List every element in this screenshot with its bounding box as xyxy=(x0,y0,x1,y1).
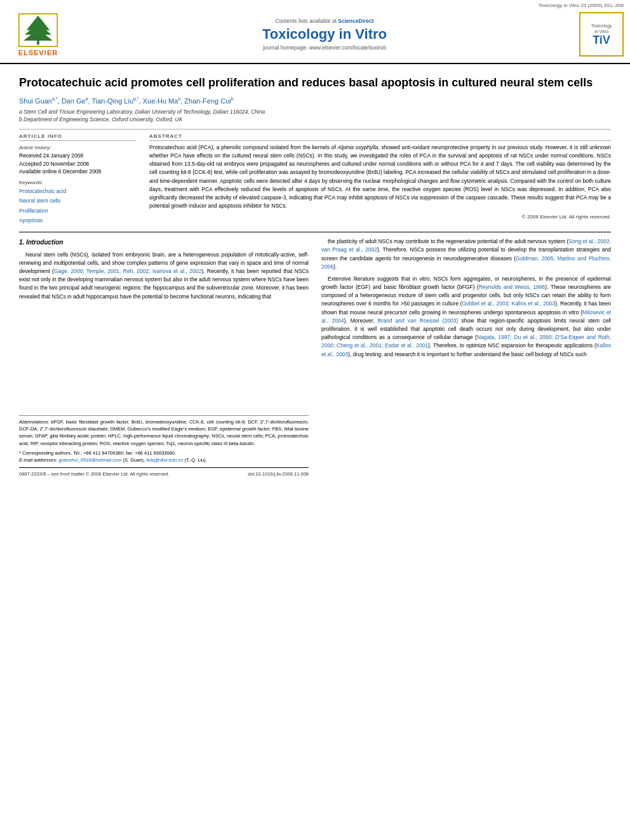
author-sep4: , Zhan-Feng Cui xyxy=(180,97,231,105)
journal-header: Toxicology in Vitro 23 (2009) 201–208 EL… xyxy=(0,0,630,64)
accepted-date: Accepted 20 November 2008 xyxy=(19,160,137,168)
issn-line: 0887-2333/$ – see front matter © 2008 El… xyxy=(19,470,170,478)
bottom-bar: 0887-2333/$ – see front matter © 2008 El… xyxy=(19,467,309,481)
author-sep2: , Tian-Qing Liu xyxy=(88,97,133,105)
body-divider xyxy=(19,232,611,232)
affiliation-a: a Stem Cell and Tissue Engineering Labor… xyxy=(19,109,611,116)
article-info-col: Article Info Article history: Received 2… xyxy=(19,133,137,225)
intro-para3-right: Extensive literature suggests that in vi… xyxy=(321,275,611,359)
email-label: E-mail addresses: xyxy=(19,457,57,463)
abstract-copyright: © 2008 Elsevier Ltd. All rights reserved… xyxy=(149,214,611,220)
sciencedirect-line: Contents lists available at ScienceDirec… xyxy=(70,18,579,24)
author-sep3: , Xue-Hu Ma xyxy=(139,97,178,105)
author-sup-b: b xyxy=(231,97,234,101)
email1-name: (S. Guan), xyxy=(123,457,145,463)
affiliations: a Stem Cell and Tissue Engineering Labor… xyxy=(19,109,611,124)
footnote-divider xyxy=(19,415,309,416)
info-abstract-section: Article Info Article history: Received 2… xyxy=(19,133,611,225)
logo-top-text: Toxicologyin Vitro xyxy=(591,23,612,34)
ref-brand2003: Brand and van Roessel (2003) xyxy=(378,317,459,324)
header-divider xyxy=(19,129,611,130)
body-left-col: 1. Introduction Neural stem cells (NSCs)… xyxy=(19,237,309,481)
abbrev-label: Abbreviations: xyxy=(19,419,50,425)
journal-title: Toxicology in Vitro xyxy=(70,26,579,43)
intro-section-title: 1. Introduction xyxy=(19,237,309,248)
article-info-heading: Article Info xyxy=(19,133,137,141)
author-shui-guan: Shui Guan xyxy=(19,97,52,105)
corresponding-author-note: * Corresponding authors. Tel.: +86 411 8… xyxy=(19,450,309,457)
ref-nagata1997: Nagata, 1997; Du et al., 2000; D'Sa-Eipp… xyxy=(321,334,611,349)
intro-para1: Neural stem cells (NSCs), isolated from … xyxy=(19,251,309,301)
logo-abbr: TiV xyxy=(593,34,610,46)
ref-gobbel2003: Gobbel et al., 2003; Kallos et al., 2003 xyxy=(462,300,555,307)
affiliation-b: b Department of Engineering Science, Oxf… xyxy=(19,116,611,124)
doi-line: doi:10.1016/j.tiv.2008.11.008 xyxy=(248,470,309,478)
ref-song2002: Song et al., 2002; van Praag et al., 200… xyxy=(321,238,611,253)
journal-logo-box: Toxicologyin Vitro TiV xyxy=(579,12,624,57)
keyword-4: Apoptosis xyxy=(19,216,137,225)
article-title: Protocatechuic acid promotes cell prolif… xyxy=(19,76,611,90)
abstract-heading: Abstract xyxy=(149,133,611,141)
email1[interactable]: guanshui_0518@hotmail.com xyxy=(58,457,121,463)
author-sup-a1: a,* xyxy=(52,97,58,101)
ref-reynolds1996: Reynolds and Weiss, 1996 xyxy=(479,284,546,290)
journal-center: Contents lists available at ScienceDirec… xyxy=(70,18,579,51)
keyword-1: Protocatechuic acid xyxy=(19,187,137,196)
article-content: Protocatechuic acid promotes cell prolif… xyxy=(0,64,630,487)
footnotes-area: Abbreviations: bFGF, basic fibroblast gr… xyxy=(19,415,309,481)
citation-line: Toxicology in Vitro 23 (2009) 201–208 xyxy=(0,0,630,8)
body-right-col: the plasticity of adult NSCs may contrib… xyxy=(321,237,611,481)
genus-species: Alpinia oxyphylla xyxy=(338,144,379,150)
journal-homepage: journal homepage: www.elsevier.com/locat… xyxy=(70,44,579,51)
authors-line: Shui Guana,*, Dan Gea, Tian-Qing Liua,*,… xyxy=(19,97,611,105)
author-sup-a3: a,* xyxy=(133,97,139,101)
abbreviations-text: Abbreviations: bFGF, basic fibroblast gr… xyxy=(19,418,309,447)
keywords-label: Keywords: xyxy=(19,180,137,185)
intro-title: Introduction xyxy=(26,239,63,246)
history-label: Article history: xyxy=(19,145,137,150)
abstract-col: Abstract Protocatechuic acid (PCA), a ph… xyxy=(149,133,611,225)
abstract-text: Protocatechuic acid (PCA), a phenolic co… xyxy=(149,143,611,210)
intro-para2-right: the plasticity of adult NSCs may contrib… xyxy=(321,237,611,271)
elsevier-wordmark: ELSEVIER xyxy=(18,49,58,57)
email2[interactable]: liutq@dlut.edu.cn xyxy=(146,457,183,463)
keyword-3: Proliferation xyxy=(19,206,137,216)
sciencedirect-prefix: Contents lists available at xyxy=(276,18,338,24)
available-date: Available online 6 December 2008 xyxy=(19,168,137,176)
sciencedirect-link[interactable]: ScienceDirect xyxy=(338,18,373,24)
journal-banner: ELSEVIER Contents lists available at Sci… xyxy=(0,8,630,60)
email2-name: (T.-Q. Liu). xyxy=(184,457,206,463)
keywords-list: Protocatechuic acid Neural stem cells Pr… xyxy=(19,187,137,225)
keyword-2: Neural stem cells xyxy=(19,196,137,206)
body-section: 1. Introduction Neural stem cells (NSCs)… xyxy=(19,237,611,481)
ref-goldman2005: Goldman, 2005; Martino and Pluchino, 200… xyxy=(321,255,611,270)
intro-num: 1. xyxy=(19,239,24,246)
author-sep1: , Dan Ge xyxy=(58,97,86,105)
received-date: Received 24 January 2008 xyxy=(19,152,137,160)
elsevier-logo: ELSEVIER xyxy=(6,13,70,57)
elsevier-tree-icon xyxy=(16,13,60,48)
email-line: E-mail addresses: guanshui_0518@hotmail.… xyxy=(19,457,309,463)
ref-milosevic2004: Milosevic et al., 2004 xyxy=(321,309,611,324)
ref-gage2000: Gage, 2000; Temple, 2001; Reh, 2002; Iva… xyxy=(54,268,201,274)
